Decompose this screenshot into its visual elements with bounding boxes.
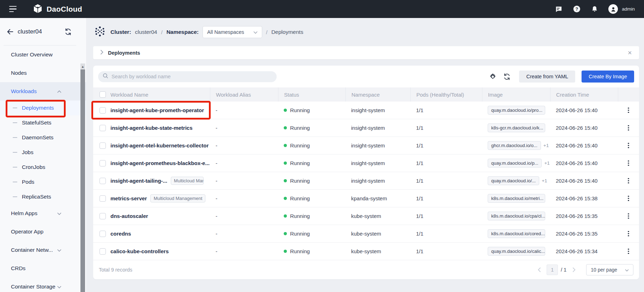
switch-cluster-icon[interactable] [64,28,72,36]
row-actions-kebab-icon[interactable] [626,247,631,256]
row-actions-kebab-icon[interactable] [626,194,631,203]
next-page-icon[interactable] [571,267,576,272]
search-box[interactable] [98,71,277,82]
workload-name[interactable]: dns-autoscaler [110,213,148,219]
sidebar-cluster-name: cluster04 [18,28,42,35]
workload-name[interactable]: coredns [110,231,131,237]
sidebar-item-cronjobs[interactable]: CronJobs [0,160,86,175]
search-icon [103,73,108,80]
workload-name[interactable]: calico-kube-controllers [110,248,169,254]
back-icon[interactable] [6,28,14,36]
table-body: insight-agent-kube-prometh-operator - Ru… [93,102,639,260]
image-cell: quay.m.daocloud.io/pro... [482,102,550,119]
current-page-input[interactable]: 1 [547,264,558,275]
panel-title: Deployments [108,50,140,56]
workload-name[interactable]: insight-agent-tailing-... [110,178,167,184]
column-settings-gear-icon[interactable] [489,73,496,80]
sidebar-item-helm-apps[interactable]: Helm Apps [0,204,86,223]
sidebar-item-pods[interactable]: Pods [0,175,86,189]
user-avatar[interactable] [608,4,618,14]
select-all-checkbox[interactable] [100,91,106,98]
image-cell: k8s.m.daocloud.io/cored... [482,225,550,242]
create-by-image-button[interactable]: Create By Image [582,71,634,83]
sidebar-scrollbar-thumb[interactable] [80,69,85,292]
create-from-yaml-button[interactable]: Create from YAML [519,71,575,83]
row-checkbox[interactable] [100,178,106,184]
row-checkbox[interactable] [100,248,106,255]
row-actions-kebab-icon[interactable] [626,230,631,238]
sidebar-item-statefulsets[interactable]: StatefulSets [0,115,86,130]
row-actions-kebab-icon[interactable] [626,141,631,150]
sidebar-item-container-storage[interactable]: Container Storage [0,278,86,292]
status-cell: Running [278,137,345,154]
sidebar-scrollbar[interactable]: ▲ [80,63,85,292]
table-row: dns-autoscaler - Running kube-system 1/1… [93,207,639,225]
status-cell: Running [278,190,345,207]
row-actions-kebab-icon[interactable] [626,212,631,220]
sidebar-item-operator-app[interactable]: Operator App [0,223,86,241]
row-checkbox[interactable] [100,125,106,131]
namespace-select[interactable]: All Namespaces [203,26,262,38]
table-row: metrics-server Multicloud Management - R… [93,190,639,207]
sidebar-item-container-netw[interactable]: Container Netw... [0,241,86,259]
sidebar-item-label: CronJobs [22,164,45,170]
workload-name[interactable]: metrics-server [110,195,147,201]
status-dot-icon [284,144,287,147]
row-actions-kebab-icon[interactable] [626,124,631,132]
help-icon[interactable]: ? [572,5,581,13]
row-checkbox[interactable] [100,231,106,237]
row-actions-kebab-icon[interactable] [626,159,631,168]
row-actions-kebab-icon[interactable] [626,177,631,185]
sidebar-item-label: Helm Apps [11,210,37,217]
workload-name[interactable]: insight-agent-kube-prometh-operator [110,107,204,113]
image-cell: k8s.m.daocloud.io/cpa/cl... [482,207,550,225]
namespace-cell: kube-system [345,243,410,260]
row-checkbox[interactable] [100,107,106,114]
breadcrumb-cluster-value[interactable]: cluster04 [135,29,157,35]
sidebar-item-label: Nodes [11,70,27,76]
row-checkbox[interactable] [100,213,106,219]
sidebar-item-nodes[interactable]: Nodes [0,64,86,82]
sidebar-item-jobs[interactable]: Jobs [0,145,86,160]
row-checkbox[interactable] [100,142,106,149]
sidebar-item-crds[interactable]: CRDs [0,259,86,278]
status-dot-icon [284,250,287,253]
notifications-icon[interactable] [590,5,599,13]
table-row: insight-agent-kube-prometh-operator - Ru… [93,102,639,119]
status-dot-icon [284,197,287,200]
deployments-panel-bar[interactable]: Deployments ✕ [93,46,639,59]
breadcrumb-separator: / [266,29,267,35]
workloads-card: Create from YAML Create By Image Workloa… [93,66,639,279]
workload-name[interactable]: insight-agent-otel-kubernetes-collector [110,142,209,148]
column-header: Creation Time [550,87,618,102]
dash-icon [13,122,17,123]
sidebar-item-deployments[interactable]: Deployments [0,101,86,115]
sidebar-item-label: Operator App [11,229,43,235]
workload-name[interactable]: insight-agent-kube-state-metrics [110,125,193,131]
row-actions-kebab-icon[interactable] [626,106,631,115]
prev-page-icon[interactable] [537,267,542,272]
menu-toggle-icon[interactable] [9,6,18,12]
sidebar-item-replicasets[interactable]: ReplicaSets [0,189,86,204]
dash-icon [13,152,17,153]
status-dot-icon [284,162,287,165]
row-checkbox[interactable] [100,160,106,166]
workload-name[interactable]: insight-agent-prometheus-blackbox-e... [110,160,210,166]
search-input[interactable] [112,74,272,79]
messages-icon[interactable] [554,5,563,13]
page-size-select[interactable]: 10 per page [586,264,633,275]
row-checkbox[interactable] [100,195,106,202]
sidebar-item-label: Workloads [11,88,37,95]
creation-time-cell: 2024-06-26 15:40 [550,102,618,119]
refresh-icon[interactable] [503,73,511,80]
column-header-actions [618,87,639,102]
scroll-up-arrow-icon[interactable]: ▲ [80,63,85,69]
sidebar-item-cluster-overview[interactable]: Cluster Overview [0,45,86,64]
sidebar-item-daemonsets[interactable]: DaemonSets [0,130,86,145]
pods-cell: 1/1 [410,225,482,242]
sidebar-item-workloads[interactable]: Workloads [0,82,86,101]
chevron-up-icon [57,88,61,95]
username[interactable]: admin [622,6,635,12]
close-icon[interactable]: ✕ [627,50,632,55]
image-cell: quay.m.daocloud.io/...+1 [482,172,550,189]
